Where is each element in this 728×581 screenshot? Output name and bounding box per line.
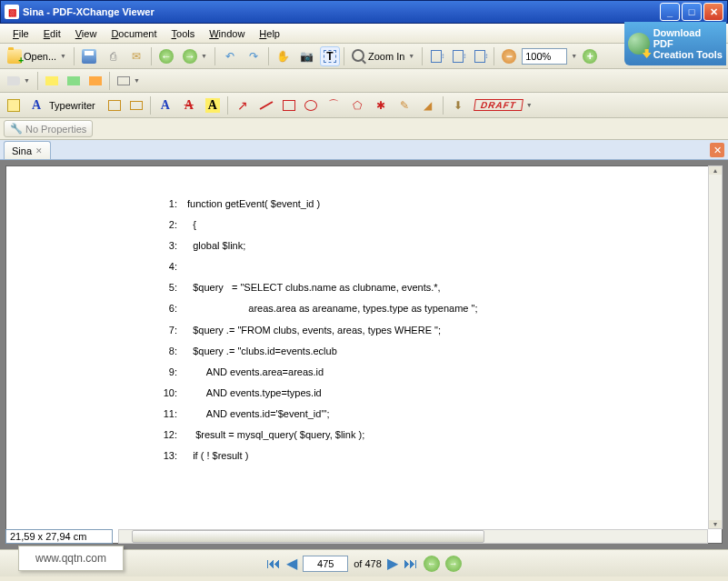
- watermark-box: www.qqtn.com: [18, 546, 124, 571]
- menu-help[interactable]: Help: [252, 26, 287, 41]
- document-tab[interactable]: Sina ✕: [4, 141, 51, 159]
- polyline-tool-button[interactable]: ⌒: [323, 95, 344, 115]
- oval-tool-button[interactable]: [301, 95, 321, 115]
- vertical-scrollbar[interactable]: [708, 165, 723, 529]
- polygon-icon: ⬠: [350, 98, 364, 113]
- callout-icon: [130, 101, 143, 110]
- open-button[interactable]: Open...▼: [4, 46, 70, 66]
- zoom-out-button[interactable]: −: [498, 46, 520, 66]
- line-tool-button[interactable]: [255, 95, 277, 115]
- typewriter-button[interactable]: ATypewriter: [25, 95, 103, 115]
- plus-icon: +: [583, 49, 597, 64]
- no-properties-button[interactable]: 🔧 No Properties: [4, 120, 93, 137]
- stamp-tool-button[interactable]: ⬇: [447, 95, 469, 115]
- rotate-cw-button[interactable]: ↷: [243, 46, 264, 66]
- code-line: 4:: [152, 256, 685, 277]
- last-page-button[interactable]: ⏭: [404, 556, 418, 572]
- prev-view-button[interactable]: ←: [424, 556, 440, 572]
- menu-edit[interactable]: Edit: [36, 26, 68, 41]
- pdf-page[interactable]: 1: function getEvent( $event_id )2: {3: …: [5, 165, 723, 544]
- highlight-green-button[interactable]: [64, 71, 84, 91]
- zoom-tool-button[interactable]: Zoom In▼: [348, 46, 418, 66]
- menu-window[interactable]: Window: [202, 26, 252, 41]
- chevron-down-icon: ▼: [201, 53, 207, 59]
- textbox-button[interactable]: [105, 95, 125, 115]
- page-total-label: of 478: [354, 558, 382, 569]
- rect-tool-button[interactable]: [279, 95, 299, 115]
- horizontal-scrollbar[interactable]: [118, 529, 708, 544]
- text-strike-icon: A: [182, 98, 196, 113]
- minimize-button[interactable]: _: [660, 3, 680, 21]
- mail-button[interactable]: ✉: [125, 46, 147, 66]
- window-title: Sina - PDF-XChange Viewer: [23, 6, 660, 17]
- highlight-orange-button[interactable]: [85, 71, 105, 91]
- highlight-yellow-button[interactable]: [42, 71, 62, 91]
- fit-width-button[interactable]: [470, 46, 490, 66]
- polygon-tool-button[interactable]: ⬠: [346, 95, 368, 115]
- fit-page-icon: [453, 50, 464, 63]
- tab-label: Sina: [12, 145, 32, 156]
- scrollbar-thumb[interactable]: [132, 530, 484, 543]
- chevron-down-icon: ▼: [526, 102, 533, 108]
- text-highlight-button[interactable]: A: [202, 95, 224, 115]
- fit-page-button[interactable]: [448, 46, 468, 66]
- save-button[interactable]: [78, 46, 100, 66]
- draft-stamp-button[interactable]: DRAFT▼: [471, 95, 536, 115]
- save-icon: [82, 49, 96, 64]
- eraser-tool-button[interactable]: ◢: [417, 95, 439, 115]
- pencil-tool-button[interactable]: ✎: [394, 95, 415, 115]
- zoom-in-button[interactable]: +: [579, 46, 601, 66]
- code-line: 5: $query = "SELECT clubs.name as clubna…: [152, 277, 685, 298]
- sticky-note-button[interactable]: [4, 95, 24, 115]
- titlebar: ▧ Sina - PDF-XChange Viewer _ □ ✕: [0, 0, 728, 24]
- menu-file[interactable]: File: [5, 26, 36, 41]
- tab-close-icon[interactable]: ✕: [35, 146, 43, 155]
- actual-size-button[interactable]: [426, 46, 446, 66]
- cloud-tool-button[interactable]: ✱: [370, 95, 392, 115]
- snapshot-button[interactable]: 📷: [296, 46, 318, 66]
- chevron-down-icon[interactable]: ▼: [571, 53, 577, 59]
- menu-view[interactable]: View: [68, 26, 105, 41]
- first-page-button[interactable]: ⏮: [266, 556, 281, 572]
- mail-icon: ✉: [129, 49, 144, 64]
- document-tab-bar: Sina ✕ ✕: [0, 140, 728, 160]
- close-all-tabs-button[interactable]: ✕: [710, 143, 724, 157]
- chevron-down-icon: ▼: [134, 77, 140, 84]
- next-view-button[interactable]: →: [445, 556, 462, 572]
- code-line: 6: areas.area as areaname, types.type as…: [152, 298, 685, 319]
- menu-document[interactable]: Document: [104, 26, 164, 41]
- page-number-input[interactable]: [303, 556, 348, 572]
- next-page-button[interactable]: ▶: [387, 555, 398, 572]
- maximize-button[interactable]: □: [682, 3, 702, 21]
- close-button[interactable]: ✕: [703, 3, 723, 21]
- typewriter-label: Typewriter: [45, 100, 99, 111]
- properties-label: No Properties: [25, 124, 86, 135]
- eraser-icon: ◢: [421, 98, 435, 113]
- bookmark-button[interactable]: ▼: [4, 71, 34, 91]
- hand-icon: ✋: [276, 49, 291, 64]
- nav-back-button[interactable]: ←: [155, 46, 177, 66]
- highlight-config-icon: [117, 76, 130, 85]
- zoom-input[interactable]: [522, 48, 567, 65]
- print-button[interactable]: ⎙: [102, 46, 124, 66]
- highlight-config-button[interactable]: ▼: [114, 71, 144, 91]
- textbox-icon: [108, 100, 121, 111]
- menu-tools[interactable]: Tools: [165, 26, 203, 41]
- callout-button[interactable]: [126, 95, 146, 115]
- rectangle-icon: [283, 100, 295, 111]
- prev-page-button[interactable]: ◀: [286, 555, 297, 572]
- highlight-orange-icon: [89, 76, 102, 85]
- hand-tool-button[interactable]: ✋: [273, 46, 294, 66]
- text-blue-icon: A: [158, 98, 173, 113]
- chevron-down-icon: ▼: [60, 53, 66, 59]
- select-text-button[interactable]: T: [320, 46, 340, 66]
- arrow-tool-button[interactable]: ↗: [232, 95, 254, 115]
- rotate-ccw-button[interactable]: ↶: [219, 46, 241, 66]
- nav-forward-button[interactable]: →▼: [179, 46, 211, 66]
- polyline-icon: ⌒: [326, 98, 341, 113]
- download-pdf-badge[interactable]: Download PDFCreation Tools: [624, 22, 726, 65]
- chevron-down-icon: ▼: [24, 77, 30, 84]
- text-color-button[interactable]: A: [155, 95, 176, 115]
- text-strike-button[interactable]: A: [178, 95, 200, 115]
- actual-size-icon: [431, 50, 442, 63]
